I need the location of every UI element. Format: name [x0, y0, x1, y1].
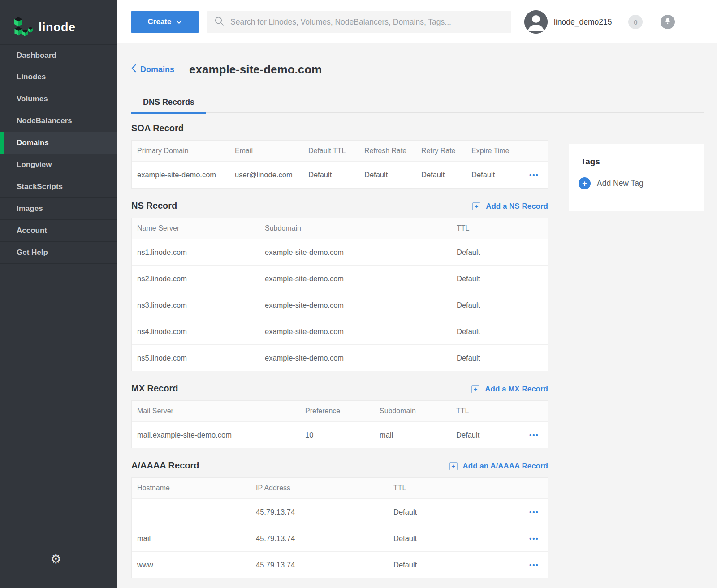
brand-name: linode — [39, 21, 76, 34]
sidebar-item-account[interactable]: Account — [0, 220, 117, 242]
mx-section-header: MX Record + Add a MX Record — [131, 382, 548, 395]
row-actions-menu-icon[interactable]: ••• — [521, 171, 548, 179]
a-section-title: A/AAAA Record — [131, 459, 199, 472]
cell-name-server: ns2.linode.com — [132, 275, 259, 283]
sidebar-item-get-help[interactable]: Get Help — [0, 242, 117, 264]
add-new-tag-button[interactable]: + Add New Tag — [579, 177, 644, 189]
bell-icon — [664, 17, 671, 26]
column-header: Preference — [300, 407, 374, 415]
chevron-left-icon — [131, 64, 136, 75]
cell-primary-domain: example-site-demo.com — [132, 171, 229, 179]
plus-square-icon: + — [472, 202, 480, 210]
cell-default-ttl: Default — [303, 171, 359, 179]
ns-section-header: NS Record + Add a NS Record — [131, 199, 548, 212]
tab-dns-records[interactable]: DNS Records — [131, 91, 206, 113]
soa-table: Primary Domain Email Default TTL Refresh… — [131, 140, 548, 189]
notification-count-badge[interactable]: 0 — [628, 15, 643, 29]
sidebar-item-stackscripts[interactable]: StackScripts — [0, 176, 117, 198]
sidebar-item-domains[interactable]: Domains — [0, 132, 117, 154]
sidebar-item-volumes[interactable]: Volumes — [0, 88, 117, 110]
username[interactable]: linode_demo215 — [554, 17, 612, 27]
add-ns-record-label: Add a NS Record — [486, 201, 548, 212]
cell-hostname: mail — [132, 534, 251, 543]
cell-ttl: Default — [451, 301, 548, 309]
cell-subdomain: example-site-demo.com — [259, 327, 451, 336]
table-row: ns3.linode.com example-site-demo.com Def… — [132, 292, 548, 318]
cell-hostname: www — [132, 561, 251, 569]
cell-subdomain: example-site-demo.com — [259, 248, 451, 257]
row-actions-menu-icon[interactable]: ••• — [521, 431, 548, 439]
column-header: IP Address — [251, 484, 388, 492]
cell-ttl: Default — [451, 275, 548, 283]
search-input[interactable] — [230, 17, 504, 27]
sidebar-item-dashboard[interactable]: Dashboard — [0, 44, 117, 66]
breadcrumb-back-link[interactable]: Domains — [131, 64, 174, 75]
column-header: TTL — [451, 224, 548, 232]
cell-ttl: Default — [451, 248, 548, 257]
column-header: Expire Time — [466, 147, 521, 155]
soa-section-header: SOA Record — [131, 122, 548, 134]
records-column: SOA Record Primary Domain Email Default … — [131, 113, 548, 578]
add-ns-record-button[interactable]: + Add a NS Record — [472, 201, 548, 212]
column-header: Retry Rate — [416, 147, 466, 155]
create-button-label: Create — [148, 17, 172, 26]
cell-name-server: ns1.linode.com — [132, 248, 259, 257]
ns-section-title: NS Record — [131, 199, 177, 212]
linode-logo-icon — [13, 16, 33, 39]
table-row: ns5.linode.com example-site-demo.com Def… — [132, 344, 548, 371]
column-header: Refresh Rate — [359, 147, 416, 155]
cell-ttl: Default — [388, 534, 521, 543]
table-row: example-site-demo.com user@linode.com De… — [132, 161, 548, 188]
column-header: TTL — [388, 484, 521, 492]
mx-table-header: Mail Server Preference Subdomain TTL — [132, 401, 548, 421]
cell-ttl: Default — [388, 508, 521, 516]
add-a-record-label: Add an A/AAAA Record — [463, 461, 548, 472]
row-actions-menu-icon[interactable]: ••• — [521, 535, 548, 542]
tags-panel: Tags + Add New Tag — [569, 144, 704, 211]
table-row: 45.79.13.74 Default ••• — [132, 498, 548, 525]
row-actions-menu-icon[interactable]: ••• — [521, 508, 548, 516]
add-mx-record-button[interactable]: + Add a MX Record — [471, 384, 548, 395]
column-header: Email — [229, 147, 303, 155]
main-content: Domains example-site-demo.com DNS Record… — [117, 43, 717, 588]
row-actions-menu-icon[interactable]: ••• — [521, 561, 548, 569]
cell-ttl: Default — [451, 431, 521, 439]
avatar[interactable] — [524, 10, 548, 34]
user-area: linode_demo215 0 — [524, 10, 675, 34]
column-header: Subdomain — [374, 407, 451, 415]
sidebar-item-longview[interactable]: Longview — [0, 154, 117, 176]
global-search[interactable] — [207, 11, 511, 33]
a-table: Hostname IP Address TTL 45.79.13.74 Defa… — [131, 477, 548, 578]
cell-mail-server: mail.example-site-demo.com — [132, 431, 300, 439]
ns-table-header: Name Server Subdomain TTL — [132, 218, 548, 239]
a-table-header: Hostname IP Address TTL — [132, 478, 548, 498]
cell-ip-address: 45.79.13.74 — [251, 561, 388, 569]
a-section-header: A/AAAA Record + Add an A/AAAA Record — [131, 459, 548, 472]
cell-subdomain: example-site-demo.com — [259, 354, 451, 362]
sidebar: linode Dashboard Linodes Volumes NodeBal… — [0, 0, 117, 588]
topbar: Create linode_demo215 0 — [117, 0, 717, 43]
create-button[interactable]: Create — [131, 11, 199, 33]
tab-bar: DNS Records — [131, 91, 704, 113]
sidebar-item-images[interactable]: Images — [0, 198, 117, 220]
linode-logo[interactable]: linode — [0, 0, 117, 43]
ns-table: Name Server Subdomain TTL ns1.linode.com… — [131, 218, 548, 371]
cell-ip-address: 45.79.13.74 — [251, 508, 388, 516]
column-header: Mail Server — [132, 407, 300, 415]
sidebar-item-nodebalancers[interactable]: NodeBalancers — [0, 110, 117, 132]
cell-name-server: ns4.linode.com — [132, 327, 259, 336]
table-row: ns1.linode.com example-site-demo.com Def… — [132, 239, 548, 265]
notifications-button[interactable] — [661, 15, 675, 29]
cell-retry-rate: Default — [416, 171, 466, 179]
column-header: TTL — [451, 407, 521, 415]
tags-panel-title: Tags — [581, 157, 704, 167]
add-new-tag-label: Add New Tag — [597, 179, 644, 188]
add-a-record-button[interactable]: + Add an A/AAAA Record — [449, 461, 548, 472]
sidebar-item-linodes[interactable]: Linodes — [0, 66, 117, 88]
gear-icon[interactable]: ⚙ — [50, 552, 61, 567]
soa-section-title: SOA Record — [131, 122, 184, 134]
chevron-down-icon — [176, 17, 182, 26]
column-header: Default TTL — [303, 147, 359, 155]
cell-expire-time: Default — [466, 171, 521, 179]
cell-ttl: Default — [388, 561, 521, 569]
